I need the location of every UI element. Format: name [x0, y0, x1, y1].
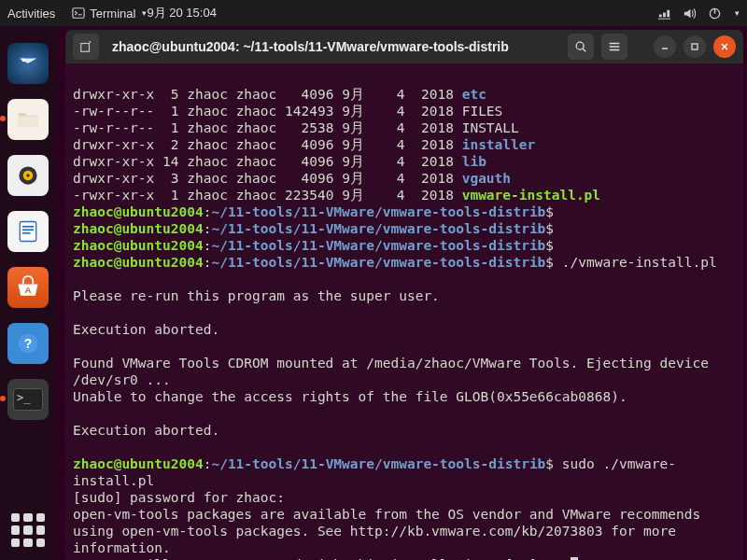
dock-thunderbird[interactable]	[7, 43, 49, 84]
prompt-line: zhaoc@ubuntu2004:~/11-tools/11-VMware/vm…	[73, 238, 554, 253]
dock-ubuntu-software[interactable]: A	[7, 267, 49, 308]
prompt-line: zhaoc@ubuntu2004:~/11-tools/11-VMware/vm…	[73, 204, 554, 219]
dock-rhythmbox[interactable]	[7, 155, 49, 196]
close-button[interactable]	[713, 35, 736, 58]
output-line: Execution aborted.	[73, 322, 219, 337]
svg-line-17	[583, 49, 585, 51]
terminal-icon	[72, 7, 85, 20]
svg-rect-4	[19, 117, 38, 127]
ls-row: drwxr-xr-x 2 zhaoc zhaoc 4096 9月 4 2018 …	[73, 137, 535, 152]
gnome-topbar: Activities Terminal ▾ 9月 20 15:04 ▾	[0, 0, 747, 26]
output-line: using open-vm-tools packages. See http:/…	[73, 524, 676, 539]
window-title: zhaoc@ubuntu2004: ~/11-tools/11-VMware/v…	[106, 39, 560, 54]
power-icon[interactable]	[708, 7, 722, 21]
output-line: [sudo] password for zhaoc:	[73, 490, 285, 505]
svg-rect-8	[20, 222, 36, 242]
ls-row: -rw-r--r-- 1 zhaoc zhaoc 2538 9月 4 2018 …	[73, 120, 519, 135]
new-tab-button[interactable]	[73, 34, 99, 60]
prompt-line: zhaoc@ubuntu2004:~/11-tools/11-VMware/vm…	[73, 255, 717, 270]
ls-row: drwxr-xr-x 14 zhaoc zhaoc 4096 9月 4 2018…	[73, 154, 486, 169]
maximize-button[interactable]	[684, 35, 706, 58]
minimize-button[interactable]	[654, 35, 676, 58]
ls-row: -rwxr-xr-x 1 zhaoc zhaoc 223540 9月 4 201…	[73, 188, 600, 203]
ls-row: -rw-r--r-- 1 zhaoc zhaoc 142493 9月 4 201…	[73, 104, 502, 119]
svg-rect-15	[81, 44, 90, 52]
chevron-down-icon: ▾	[735, 8, 740, 18]
svg-rect-9	[22, 226, 34, 228]
svg-rect-10	[22, 229, 34, 231]
hamburger-menu-button[interactable]	[601, 34, 627, 60]
ls-row: drwxr-xr-x 3 zhaoc zhaoc 4096 9月 4 2018 …	[73, 171, 511, 186]
svg-rect-19	[692, 44, 698, 49]
dock-terminal[interactable]: >_	[7, 379, 49, 420]
svg-point-7	[26, 174, 30, 177]
clock[interactable]: 9月 20 15:04	[147, 5, 657, 21]
prompt-line: zhaoc@ubuntu2004:~/11-tools/11-VMware/vm…	[73, 221, 554, 236]
window-title-bar[interactable]: zhaoc@ubuntu2004: ~/11-tools/11-VMware/v…	[65, 30, 743, 63]
dock-help[interactable]: ?	[7, 323, 49, 364]
ls-row: drwxr-xr-x 5 zhaoc zhaoc 4096 9月 4 2018 …	[73, 87, 486, 102]
dock-files[interactable]	[7, 99, 49, 140]
terminal-window: zhaoc@ubuntu2004: ~/11-tools/11-VMware/v…	[65, 30, 743, 560]
prompt-line: zhaoc@ubuntu2004:~/11-tools/11-VMware/vm…	[73, 456, 676, 488]
search-button[interactable]	[568, 34, 594, 60]
terminal-output[interactable]: drwxr-xr-x 5 zhaoc zhaoc 4096 9月 4 2018 …	[65, 63, 743, 560]
output-line: Please re-run this program as the super …	[73, 288, 440, 303]
svg-point-3	[21, 58, 25, 62]
hamburger-icon	[608, 40, 621, 53]
svg-text:?: ?	[24, 336, 33, 351]
svg-point-16	[576, 42, 584, 49]
svg-rect-0	[73, 8, 84, 19]
activities-button[interactable]: Activities	[7, 7, 55, 21]
output-line: /dev/sr0 ...	[73, 372, 171, 387]
close-icon	[720, 42, 729, 51]
output-line: Unable to change the access rights of th…	[73, 389, 627, 404]
output-line: information.	[73, 540, 171, 555]
launcher-dock: A ? >_	[0, 26, 56, 560]
output-line: open-vm-tools packages are available fro…	[73, 507, 700, 522]
network-icon[interactable]	[657, 7, 671, 21]
svg-text:A: A	[25, 285, 32, 295]
activities-label: Activities	[7, 7, 55, 21]
output-line: Execution aborted.	[73, 423, 219, 438]
output-line: Found VMware Tools CDROM mounted at /med…	[73, 356, 709, 371]
app-indicator[interactable]: Terminal ▾	[72, 7, 147, 21]
dock-libreoffice-writer[interactable]	[7, 211, 49, 252]
volume-icon[interactable]	[683, 7, 697, 21]
app-indicator-label: Terminal	[90, 7, 135, 21]
show-applications-button[interactable]	[11, 513, 45, 547]
search-icon	[574, 40, 587, 53]
svg-rect-11	[22, 232, 31, 234]
